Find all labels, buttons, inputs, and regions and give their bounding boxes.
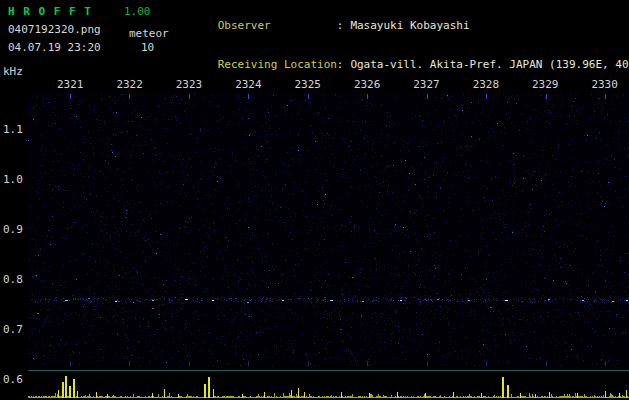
- time-tick-label: 2330: [591, 78, 618, 91]
- datetime-label: 04.07.19 23:20: [8, 41, 101, 54]
- time-tick-label: 2327: [413, 78, 440, 91]
- freq-unit-label: kHz: [3, 65, 23, 78]
- time-tick-label: 2328: [473, 78, 500, 91]
- time-tick-label: 2323: [176, 78, 203, 91]
- info-value: Masayuki Kobayashi: [350, 19, 469, 32]
- time-axis: 2321 2322 2323 2324 2325 2326 2327 2328 …: [57, 78, 618, 91]
- freq-tick-label: 0.9: [3, 223, 23, 236]
- freq-tick-label: 0.7: [3, 323, 23, 336]
- time-tick-label: 2325: [295, 78, 322, 91]
- info-label: Observer: [218, 19, 337, 32]
- interval-minutes-label: 10: [141, 41, 154, 54]
- output-filename: 0407192320.png: [8, 23, 101, 36]
- time-tick-label: 2329: [532, 78, 559, 91]
- freq-tick-label: 0.6: [3, 373, 23, 386]
- freq-tick-label: 1.1: [3, 123, 23, 136]
- app-version: 1.00: [124, 5, 151, 18]
- freq-tick-label: 1.0: [3, 173, 23, 186]
- time-tick-label: 2324: [235, 78, 262, 91]
- info-separator: :: [337, 19, 344, 32]
- hrofft-output-screen: H R O F F T 1.00 0407192320.png meteor 0…: [0, 0, 629, 400]
- time-tick-label: 2326: [354, 78, 381, 91]
- app-title: H R O F F T: [8, 5, 92, 18]
- freq-tick-label: 0.8: [3, 273, 23, 286]
- info-separator: :: [337, 58, 344, 71]
- time-tick-label: 2321: [57, 78, 84, 91]
- time-tick-label: 2322: [116, 78, 143, 91]
- signal-strip-canvas: [28, 370, 629, 398]
- mode-label: meteor: [129, 27, 169, 40]
- info-value: Ogata-vill. Akita-Pref. JAPAN (139.96E, …: [350, 58, 629, 71]
- info-row-observer: Observer:Masayuki Kobayashi: [178, 6, 629, 45]
- info-label: Receiving Location: [218, 58, 337, 71]
- spectrogram-canvas: [28, 94, 629, 366]
